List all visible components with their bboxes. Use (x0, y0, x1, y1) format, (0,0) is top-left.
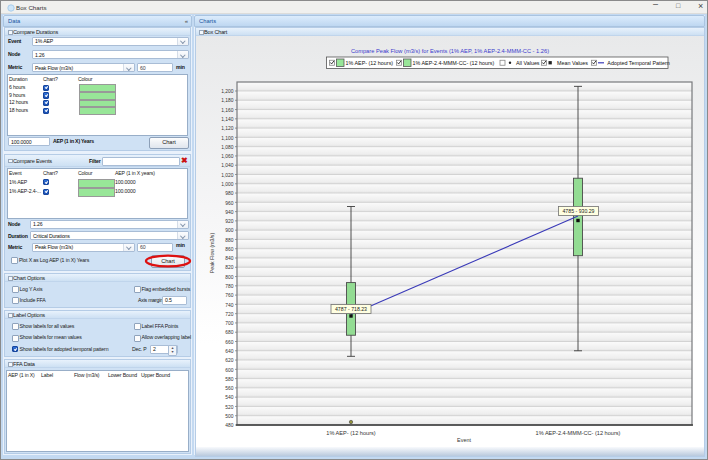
svg-text:1,120: 1,120 (221, 126, 234, 131)
svg-text:Mean Values: Mean Values (557, 60, 588, 66)
svg-text:1,140: 1,140 (221, 117, 234, 122)
svg-text:980: 980 (225, 191, 233, 196)
svg-text:880: 880 (225, 238, 233, 243)
svg-text:480: 480 (225, 423, 233, 428)
svg-text:620: 620 (225, 358, 233, 363)
svg-text:540: 540 (225, 395, 233, 400)
svg-text:Peak Flow (m3/s): Peak Flow (m3/s) (209, 233, 215, 274)
svg-text:920: 920 (225, 219, 233, 224)
svg-text:580: 580 (225, 377, 233, 382)
svg-text:720: 720 (225, 312, 233, 317)
svg-text:960: 960 (225, 201, 233, 206)
svg-text:1% AEP-2.4-MMM-CC- (12 hours): 1% AEP-2.4-MMM-CC- (12 hours) (413, 60, 495, 66)
svg-text:Adopted Temporal Pattern: Adopted Temporal Pattern (607, 60, 670, 66)
svg-text:940: 940 (225, 210, 233, 215)
svg-text:760: 760 (225, 293, 233, 298)
svg-text:Event: Event (457, 437, 471, 443)
svg-text:640: 640 (225, 349, 233, 354)
svg-text:1,100: 1,100 (221, 136, 234, 141)
svg-text:4787 - 718.23: 4787 - 718.23 (335, 306, 367, 312)
svg-text:780: 780 (225, 284, 233, 289)
svg-text:All Values: All Values (516, 60, 540, 66)
svg-text:800: 800 (225, 275, 233, 280)
svg-text:820: 820 (225, 265, 233, 270)
svg-text:740: 740 (225, 303, 233, 308)
svg-text:1,020: 1,020 (221, 173, 234, 178)
svg-text:1,200: 1,200 (221, 89, 234, 94)
svg-text:Compare Peak Flow (m3/s) for E: Compare Peak Flow (m3/s) for Events (1% … (351, 48, 549, 54)
svg-text:560: 560 (225, 386, 233, 391)
svg-text:600: 600 (225, 368, 233, 373)
svg-text:840: 840 (225, 256, 233, 261)
svg-text:4785 - 930.29: 4785 - 930.29 (562, 208, 594, 214)
svg-text:1% AEP- (12 hours): 1% AEP- (12 hours) (326, 430, 376, 436)
svg-text:660: 660 (225, 340, 233, 345)
svg-text:700: 700 (225, 321, 233, 326)
svg-text:1% AEP- (12 hours): 1% AEP- (12 hours) (346, 60, 394, 66)
svg-text:1% AEP-2.4-MMM-CC- (12 hours): 1% AEP-2.4-MMM-CC- (12 hours) (536, 430, 621, 436)
svg-text:1,060: 1,060 (221, 154, 234, 159)
svg-text:1,180: 1,180 (221, 98, 234, 103)
svg-text:520: 520 (225, 405, 233, 410)
svg-text:500: 500 (225, 414, 233, 419)
svg-text:860: 860 (225, 247, 233, 252)
svg-text:680: 680 (225, 330, 233, 335)
svg-text:1,000: 1,000 (221, 182, 234, 187)
svg-text:1,160: 1,160 (221, 108, 234, 113)
svg-text:1,080: 1,080 (221, 145, 234, 150)
svg-text:1,040: 1,040 (221, 163, 234, 168)
svg-text:900: 900 (225, 228, 233, 233)
